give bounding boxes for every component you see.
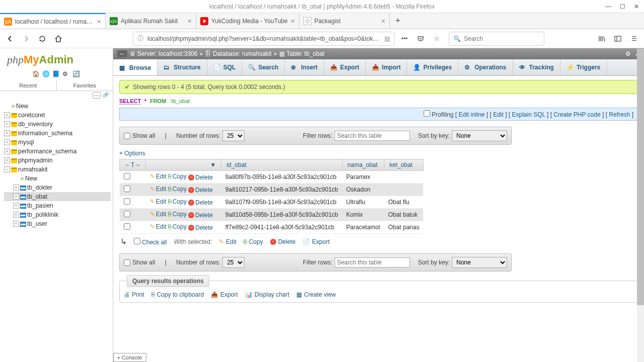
forward-button[interactable]: [20, 33, 32, 45]
home-icon[interactable]: 🏠: [32, 70, 40, 78]
refresh-link[interactable]: Refresh: [609, 111, 630, 118]
t1ab-browse[interactable]: ▦Browse: [113, 59, 157, 75]
edit-link[interactable]: Edit: [493, 111, 504, 118]
tree-item-tb_poliklinik[interactable]: + tb_poliklinik: [4, 210, 111, 219]
row-edit[interactable]: ✎ Edit: [150, 186, 167, 193]
tree-expand-icon[interactable]: +: [13, 212, 19, 218]
bulk-export[interactable]: 📄Export: [302, 238, 330, 245]
profiling-checkbox[interactable]: [424, 110, 430, 117]
filter-input[interactable]: [335, 131, 410, 141]
t1ab-tracking[interactable]: 👁Tracking: [513, 59, 560, 75]
tab-close-icon[interactable]: ×: [97, 18, 101, 26]
info-icon[interactable]: ⓘ: [137, 34, 143, 43]
console-toggle[interactable]: ▪ Console: [113, 353, 146, 362]
close-button[interactable]: ✕: [633, 3, 640, 10]
tree-expand-icon[interactable]: +: [4, 157, 10, 163]
row-copy[interactable]: ⎘ Copy: [168, 198, 187, 205]
tree-item-coretcoret[interactable]: + coretcoret: [4, 111, 111, 120]
export-link[interactable]: 📤 Export: [211, 291, 238, 298]
home-button[interactable]: [52, 33, 64, 45]
tree-item-tb_obat[interactable]: + tb_obat: [4, 192, 111, 201]
row-edit[interactable]: ✎ Edit: [150, 198, 167, 205]
tree-item-new[interactable]: ✳ New: [4, 174, 111, 183]
breadcrumb-database[interactable]: Database: rumahsakit: [213, 50, 272, 57]
bulk-edit[interactable]: ✎Edit: [219, 238, 236, 245]
tree-item-db_inventory[interactable]: + db_inventory: [4, 120, 111, 129]
print-link[interactable]: 🖨 Print: [124, 291, 144, 298]
row-copy[interactable]: ⎘ Copy: [168, 223, 187, 230]
toggle-checkall-icon[interactable]: ←: [125, 161, 131, 168]
url-field[interactable]: ⓘ localhost/phpmyadmin/sql.php?server=1&…: [133, 32, 394, 46]
filter-input-2[interactable]: [335, 257, 410, 267]
browser-tab[interactable]: YukCoding Media - YouTube ×: [196, 13, 299, 29]
num-rows-select-2[interactable]: 25: [222, 257, 245, 268]
row-copy[interactable]: ⎘ Copy: [168, 173, 187, 180]
tab-close-icon[interactable]: ×: [381, 17, 385, 25]
search-input[interactable]: [464, 35, 540, 42]
row-delete[interactable]: − Delete: [188, 212, 213, 219]
sort-arrow-icon[interactable]: ▼: [210, 161, 216, 168]
browser-tab[interactable]: </> Aplikasi Rumah Sakit ×: [106, 13, 196, 29]
row-copy[interactable]: ⎘ Copy: [168, 186, 187, 193]
row-delete[interactable]: − Delete: [188, 187, 213, 194]
t1ab-privileges[interactable]: 👤Privileges: [407, 59, 458, 75]
t1ab-structure[interactable]: 🗂Structure: [157, 59, 207, 75]
tree-expand-icon[interactable]: +: [4, 130, 10, 136]
tree-item-tb_dokter[interactable]: + tb_dokter: [4, 183, 111, 192]
bookmark-star-icon[interactable]: ☆: [431, 33, 443, 45]
row-delete[interactable]: − Delete: [188, 174, 213, 181]
new-tab-button[interactable]: +: [390, 13, 406, 29]
num-rows-select[interactable]: 25: [222, 130, 245, 141]
t1ab-import[interactable]: 📥Import: [366, 59, 407, 75]
tree-item-mysql[interactable]: + mysql: [4, 138, 111, 147]
row-edit[interactable]: ✎ Edit: [150, 211, 167, 218]
tree-item-phpmyadmin[interactable]: + phpmyadmin: [4, 156, 111, 165]
logout-icon[interactable]: 🌐: [42, 70, 50, 78]
row-delete[interactable]: − Delete: [188, 199, 213, 206]
reload-button[interactable]: [36, 33, 48, 45]
t1ab-search[interactable]: 🔍Search: [242, 59, 285, 75]
page-actions-icon[interactable]: •••: [398, 33, 411, 45]
show-all-checkbox[interactable]: [124, 133, 130, 139]
back-button[interactable]: [4, 33, 16, 45]
bulk-copy[interactable]: ⎘Copy: [244, 238, 263, 245]
tree-expand-icon[interactable]: +: [13, 221, 19, 227]
row-checkbox[interactable]: [124, 198, 130, 205]
tree-item-tb_user[interactable]: + tb_user: [4, 219, 111, 228]
breadcrumb-table[interactable]: Table: tb_obat: [287, 50, 325, 57]
tree-expand-icon[interactable]: +: [4, 112, 10, 118]
sort-select-2[interactable]: None: [452, 257, 507, 268]
menu-icon[interactable]: ☰: [628, 33, 640, 45]
bulk-delete[interactable]: −Delete: [270, 238, 296, 245]
sidebar-tab-favorites[interactable]: Favorites: [57, 80, 113, 90]
t1ab-export[interactable]: 📤Export: [324, 59, 366, 75]
row-edit[interactable]: ✎ Edit: [150, 223, 167, 230]
sidebar-icon[interactable]: [612, 33, 624, 45]
create-php-link[interactable]: Create PHP code: [553, 111, 600, 118]
tree-item-performance_schema[interactable]: + performance_schema: [4, 147, 111, 156]
col-header-id[interactable]: id_obat: [226, 161, 246, 168]
options-toggle[interactable]: + Options: [119, 150, 145, 157]
t1ab-sql[interactable]: 📄SQL: [207, 59, 243, 75]
tree-item-tb_pasien[interactable]: + tb_pasien: [4, 201, 111, 210]
display-chart-link[interactable]: 📊 Display chart: [245, 291, 289, 298]
check-all-checkbox[interactable]: [134, 238, 140, 244]
tree-expand-icon[interactable]: +: [4, 139, 10, 145]
row-checkbox[interactable]: [124, 186, 130, 192]
row-edit[interactable]: ✎ Edit: [150, 173, 167, 180]
link-icon[interactable]: 🔗: [103, 92, 109, 99]
collapse-all-icon[interactable]: —: [93, 92, 101, 99]
tree-expand-icon[interactable]: +: [13, 194, 19, 200]
row-checkbox[interactable]: [124, 223, 130, 230]
settings-icon[interactable]: ⚙: [62, 70, 70, 78]
tree-item-rumahsakit[interactable]: − rumahsakit: [4, 165, 111, 174]
browser-tab[interactable]: pA localhost / localhost / rumah… ×: [0, 13, 106, 29]
edit-inline-link[interactable]: Edit inline: [458, 111, 485, 118]
minimize-button[interactable]: —: [605, 3, 612, 10]
row-checkbox[interactable]: [124, 211, 130, 217]
collapse-nav-icon[interactable]: ←: [117, 50, 127, 57]
scrollbar-thumb[interactable]: [637, 49, 644, 305]
docs-icon[interactable]: 📘: [52, 70, 60, 78]
tree-item-new[interactable]: ✳ New: [4, 102, 111, 111]
toggle-rows-icon[interactable]: →: [134, 161, 140, 168]
